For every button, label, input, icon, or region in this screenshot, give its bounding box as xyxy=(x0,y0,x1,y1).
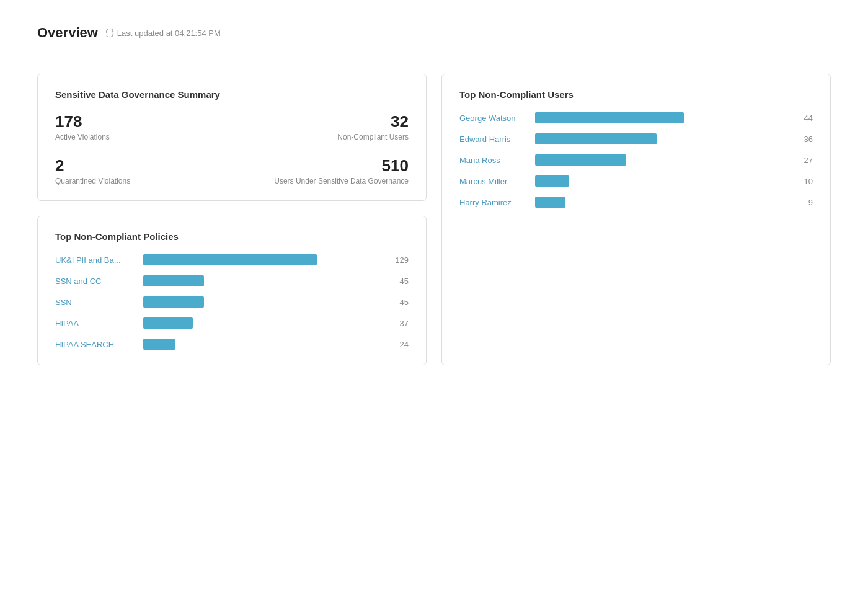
user-bar-track xyxy=(535,197,788,208)
quarantined-violations-label: Quarantined Violations xyxy=(55,177,232,185)
user-bar-label[interactable]: Maria Ross xyxy=(459,156,528,165)
policy-bar-value: 37 xyxy=(391,319,409,328)
policy-bar-row: HIPAA SEARCH 24 xyxy=(55,339,409,350)
policy-bar-label[interactable]: UK&I PII and Ba... xyxy=(55,255,136,265)
user-bar-track xyxy=(535,112,788,123)
policy-bar-fill xyxy=(143,317,193,329)
user-bar-row: Harry Ramirez 9 xyxy=(459,197,813,208)
user-bar-fill xyxy=(535,133,657,144)
non-compliant-users-label: Non-Compliant Users xyxy=(232,133,409,141)
user-bar-label[interactable]: Edward Harris xyxy=(459,135,528,144)
policy-bar-fill xyxy=(143,275,204,286)
policy-bar-value: 45 xyxy=(391,277,409,286)
user-bar-fill xyxy=(535,112,684,123)
user-bar-track xyxy=(535,175,788,187)
user-bar-track xyxy=(535,133,788,144)
dashboard-grid: Sensitive Data Governance Summary 178 Ac… xyxy=(37,74,831,365)
policy-bar-track xyxy=(143,296,384,308)
policy-bar-fill xyxy=(143,296,204,308)
user-bar-value: 44 xyxy=(795,113,813,123)
user-bar-value: 36 xyxy=(795,135,813,144)
policies-card: Top Non-Compliant Policies UK&I PII and … xyxy=(37,216,427,365)
summary-card-title: Sensitive Data Governance Summary xyxy=(55,89,409,100)
last-updated: Last updated at 04:21:54 PM xyxy=(105,29,221,38)
quarantined-violations-value: 2 xyxy=(55,156,232,175)
policy-bar-track xyxy=(143,339,384,350)
policy-bar-track xyxy=(143,317,384,329)
active-violations-value: 178 xyxy=(55,112,232,131)
policies-bar-list: UK&I PII and Ba... 129 SSN and CC 45 SSN… xyxy=(55,254,409,350)
user-bar-value: 27 xyxy=(795,156,813,165)
policy-bar-track xyxy=(143,275,384,286)
user-bar-row: Edward Harris 36 xyxy=(459,133,813,144)
user-bar-row: Marcus Miller 10 xyxy=(459,175,813,187)
policy-bar-value: 24 xyxy=(391,340,409,349)
user-bar-fill xyxy=(535,154,626,166)
user-bar-fill xyxy=(535,175,569,187)
users-sdg-item: 510 Users Under Sensitive Data Governanc… xyxy=(232,156,409,185)
policy-bar-row: SSN and CC 45 xyxy=(55,275,409,286)
policy-bar-value: 129 xyxy=(391,255,409,265)
active-violations-item: 178 Active Violations xyxy=(55,112,232,141)
policy-bar-value: 45 xyxy=(391,298,409,307)
policy-bar-label[interactable]: HIPAA xyxy=(55,319,136,328)
page-header: Overview Last updated at 04:21:54 PM xyxy=(37,25,831,41)
users-card: Top Non-Compliant Users George Watson 44… xyxy=(441,74,831,365)
header-divider xyxy=(37,56,831,56)
non-compliant-users-item: 32 Non-Compliant Users xyxy=(232,112,409,141)
non-compliant-users-value: 32 xyxy=(232,112,409,131)
user-bar-value: 10 xyxy=(795,177,813,186)
summary-grid: 178 Active Violations 32 Non-Compliant U… xyxy=(55,112,409,185)
policy-bar-row: SSN 45 xyxy=(55,296,409,308)
user-bar-row: George Watson 44 xyxy=(459,112,813,123)
policy-bar-label[interactable]: HIPAA SEARCH xyxy=(55,340,136,349)
refresh-icon[interactable] xyxy=(105,29,114,37)
summary-card: Sensitive Data Governance Summary 178 Ac… xyxy=(37,74,427,201)
user-bar-label[interactable]: Harry Ramirez xyxy=(459,198,528,207)
policy-bar-label[interactable]: SSN xyxy=(55,298,136,307)
policy-bar-track xyxy=(143,254,384,265)
policy-bar-fill xyxy=(143,254,317,265)
policy-bar-row: HIPAA 37 xyxy=(55,317,409,329)
policy-bar-fill xyxy=(143,339,175,350)
user-bar-track xyxy=(535,154,788,166)
user-bar-label[interactable]: Marcus Miller xyxy=(459,177,528,186)
user-bar-row: Maria Ross 27 xyxy=(459,154,813,166)
policies-card-title: Top Non-Compliant Policies xyxy=(55,231,409,242)
updated-text: Last updated at 04:21:54 PM xyxy=(117,29,221,38)
policy-bar-label[interactable]: SSN and CC xyxy=(55,277,136,286)
users-sdg-value: 510 xyxy=(232,156,409,175)
users-bar-list: George Watson 44 Edward Harris 36 Maria … xyxy=(459,112,813,208)
quarantined-violations-item: 2 Quarantined Violations xyxy=(55,156,232,185)
policy-bar-row: UK&I PII and Ba... 129 xyxy=(55,254,409,265)
users-card-title: Top Non-Compliant Users xyxy=(459,89,813,100)
users-sdg-label: Users Under Sensitive Data Governance xyxy=(232,177,409,185)
active-violations-label: Active Violations xyxy=(55,133,232,141)
user-bar-label[interactable]: George Watson xyxy=(459,113,528,123)
page-title: Overview xyxy=(37,25,98,41)
user-bar-value: 9 xyxy=(795,198,813,207)
user-bar-fill xyxy=(535,197,565,208)
